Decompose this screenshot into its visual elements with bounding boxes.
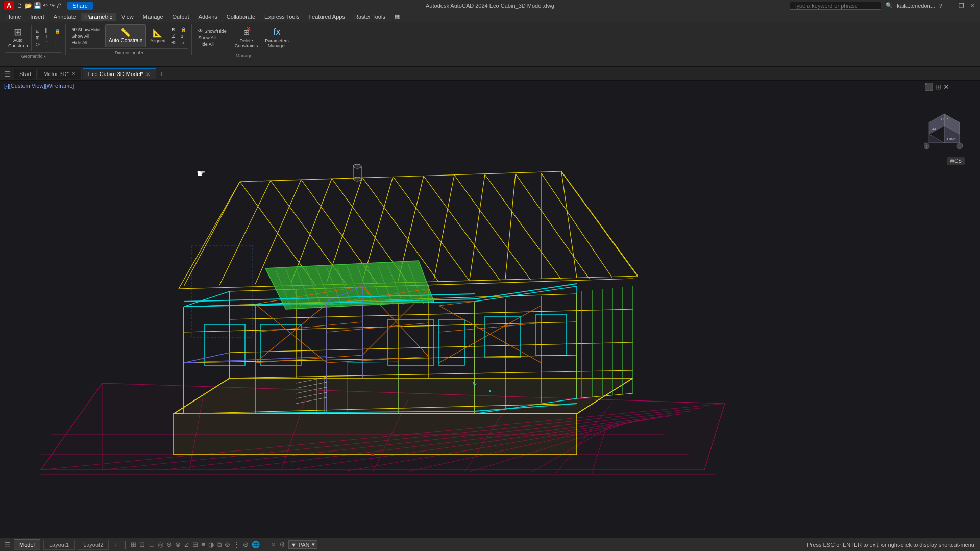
quick-access-plot[interactable]: 🖨 [56, 2, 62, 9]
ducs-status-icon[interactable]: ⊿ [184, 541, 189, 548]
live-map-icon[interactable]: 🌐 [252, 541, 260, 548]
settings-status-icon[interactable]: ⚙ [279, 541, 285, 548]
grid-status-icon[interactable]: ⊞ [131, 541, 136, 548]
ecocabin-close-icon[interactable]: ✕ [145, 71, 151, 77]
concentric-btn[interactable]: ◎ [34, 41, 42, 47]
share-button[interactable]: Share [67, 2, 92, 10]
menu-featured[interactable]: Featured Apps [304, 13, 349, 21]
coincident-btn[interactable]: ⊡ [34, 28, 42, 34]
viewcube[interactable]: TOP FRONT LEFT ↑ ↑ [924, 111, 965, 152]
add-layout-button[interactable]: + [112, 541, 120, 549]
layout1-tab[interactable]: Layout1 [43, 540, 75, 550]
dimensional-expand[interactable]: ▾ [141, 51, 143, 55]
manage-showhide-btn[interactable]: 👁 Show/Hide [196, 28, 229, 34]
horizontal-btn[interactable]: — [53, 35, 62, 41]
ordinate-btn[interactable]: ⊿ [179, 40, 188, 46]
parallel-btn[interactable]: ∥ [43, 27, 52, 33]
tpoly-status-icon[interactable]: ◑ [208, 541, 214, 548]
aligned-button[interactable]: 📐 Aligned [147, 24, 168, 47]
wcs-label[interactable]: WCS [947, 157, 965, 165]
aligned-label: Aligned [150, 38, 165, 43]
menu-annotate[interactable]: Annotate [50, 13, 80, 21]
help-icon[interactable]: ? [939, 3, 942, 9]
pan-selector-dropdown-icon: ▼ [291, 542, 297, 548]
dim-showhide-btn[interactable]: 👁 Show/Hide [70, 26, 103, 33]
new-tab-button[interactable]: + [157, 69, 165, 79]
vertical-btn[interactable]: | [53, 41, 62, 47]
dim-showall-btn[interactable]: Show All [70, 33, 103, 39]
viewport-restore-icon[interactable]: ⊞ [935, 83, 941, 91]
menu-manage[interactable]: Manage [139, 13, 167, 21]
layout2-tab[interactable]: Layout2 [78, 540, 109, 550]
delete-constraints-button[interactable]: ⊞ ✕ DeleteConstraints [232, 24, 261, 51]
otrack-status-icon[interactable]: ⊗ [175, 541, 181, 548]
menu-collaborate[interactable]: Collaborate [223, 13, 259, 21]
radius-btn[interactable]: R [169, 27, 178, 33]
collinear-btn[interactable]: ⊞ [34, 35, 42, 41]
angle-icon: ∠ [172, 34, 176, 39]
menu-home[interactable]: Home [2, 13, 25, 21]
menu-addins[interactable]: Add-ins [194, 13, 222, 21]
doc-tab-motor3d[interactable]: Motor 3D* ✕ [38, 69, 82, 79]
auto-constrain-button[interactable]: ⊞ AutoConstrain [5, 24, 32, 51]
pan-dropdown-arrow[interactable]: ▾ [312, 541, 315, 548]
convert-btn[interactable]: ⟲ [169, 40, 178, 46]
menu-raster[interactable]: Raster Tools [350, 13, 389, 21]
gizmo-status-icon[interactable]: ⊛ [243, 541, 249, 548]
menu-view[interactable]: View [117, 13, 138, 21]
dim-hideall-label: Hide All [72, 40, 88, 45]
quick-access-new[interactable]: 🗋 [17, 2, 23, 9]
lock2-btn[interactable]: 🔒 [179, 27, 188, 33]
tangent-btn[interactable]: ⌒ [43, 40, 52, 48]
pan-selector[interactable]: ▼ PAN ▾ [288, 540, 317, 549]
perpendicular-btn[interactable]: ⊥ [43, 34, 52, 40]
qprop-status-icon[interactable]: ⧉ [217, 541, 222, 549]
doc-tab-menu[interactable]: ☰ [2, 69, 13, 79]
viewport-canvas[interactable] [0, 81, 980, 538]
dyn-status-icon[interactable]: ⊞ [192, 541, 198, 548]
doc-tab-start[interactable]: Start [14, 69, 37, 79]
menu-insert[interactable]: Insert [26, 13, 48, 21]
restore-button[interactable]: ❐ [958, 2, 965, 9]
sel-status-icon[interactable]: ⊚ [225, 541, 230, 548]
quick-access-undo[interactable]: ↶ [43, 2, 48, 9]
app-icon[interactable]: A [4, 1, 14, 10]
search-input[interactable] [790, 2, 881, 10]
motor3d-close-icon[interactable]: ✕ [71, 71, 76, 77]
model-tab[interactable]: Model [14, 539, 40, 550]
menu-extra[interactable]: ▦ [390, 12, 404, 21]
osnap-status-icon[interactable]: ⊕ [166, 541, 172, 548]
dim-hideall-btn[interactable]: Hide All [70, 40, 103, 46]
quick-access-open[interactable]: 📂 [24, 2, 32, 9]
doc-tab-ecocabin[interactable]: Eco Cabin_3D Model* ✕ [83, 68, 156, 79]
viewport-maximize-icon[interactable]: ⬛ [924, 83, 933, 91]
minimize-button[interactable]: — [946, 2, 953, 9]
snap-status-icon[interactable]: ⊡ [139, 541, 145, 548]
diameter-btn[interactable]: ⌀ [179, 33, 188, 39]
close-button[interactable]: ✕ [969, 2, 976, 9]
quick-access-redo[interactable]: ↷ [50, 2, 55, 9]
fix-btn[interactable]: 🔒 [53, 28, 62, 34]
status-hint: Press ESC or ENTER to exit, or right-cli… [807, 542, 976, 548]
status-menu-icon[interactable]: ☰ [4, 541, 11, 549]
user-display[interactable]: kaila.tenedori... [897, 3, 935, 9]
parameters-manager-button[interactable]: fx ParametersManager [262, 24, 292, 51]
main-area: [-][Custom View][Wireframe] ⬛ ⊞ ✕ [0, 81, 980, 538]
menu-parametric[interactable]: Parametric [81, 13, 116, 21]
menu-output[interactable]: Output [168, 13, 193, 21]
manage-hideall-btn[interactable]: Hide All [196, 41, 229, 47]
collinear-icon: ⊞ [36, 35, 40, 40]
3dosnap-status-icon[interactable]: ⋮ [233, 541, 240, 548]
geometric-expand[interactable]: ▾ [44, 54, 46, 59]
menu-express[interactable]: Express Tools [260, 13, 303, 21]
angle-btn[interactable]: ∠ [169, 33, 178, 39]
lweight-status-icon[interactable]: ≡ [201, 541, 205, 548]
polar-status-icon[interactable]: ◎ [158, 541, 163, 548]
linear-button[interactable]: 📏 Auto Constrain [105, 24, 146, 47]
ortho-status-icon[interactable]: ∟ [148, 541, 155, 548]
viewport-close-icon[interactable]: ✕ [943, 83, 949, 91]
clear-status-icon[interactable]: ✕ [271, 541, 276, 548]
manage-showall-btn[interactable]: Show All [196, 35, 229, 41]
search-icon[interactable]: 🔍 [886, 2, 893, 9]
quick-access-save[interactable]: 💾 [34, 2, 41, 9]
